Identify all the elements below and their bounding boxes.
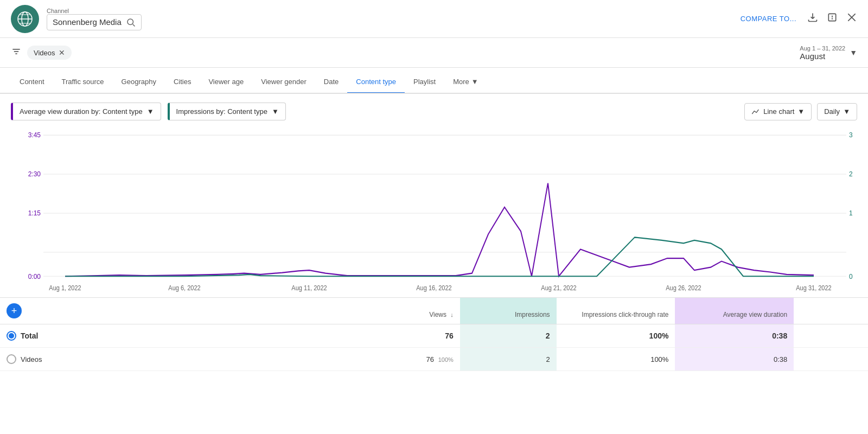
- th-avg-view: Average view duration: [675, 298, 794, 324]
- td-views-total: 76: [371, 324, 460, 348]
- channel-logo: [11, 5, 39, 33]
- metric1-dropdown[interactable]: Average view duration by: Content type ▼: [11, 103, 161, 120]
- svg-text:Aug 11, 2022: Aug 11, 2022: [291, 284, 327, 291]
- chip-label: Videos: [34, 49, 55, 57]
- td-ctr-total: 100%: [557, 324, 675, 348]
- tab-date[interactable]: Date: [315, 71, 347, 94]
- td-avg-view-videos: 0:38: [675, 348, 794, 371]
- tab-viewer-gender[interactable]: Viewer gender: [252, 71, 315, 94]
- filter-left: Videos ✕: [11, 46, 72, 60]
- th-views-label: Views: [429, 311, 446, 318]
- add-metric-button[interactable]: +: [7, 303, 22, 318]
- chart-svg: 3:45 2:30 1:15 0:00 3 2 1 0 Aug 1, 2022 …: [11, 129, 857, 297]
- total-label: Total: [21, 331, 38, 340]
- channel-info: Channel Sonnenberg Media: [47, 8, 142, 30]
- svg-text:2:30: 2:30: [28, 170, 41, 178]
- views-pct-videos: 100%: [438, 356, 454, 363]
- chart-type-arrow: ▼: [797, 107, 805, 116]
- date-range-text: Aug 1 – 31, 2022: [800, 45, 845, 52]
- tab-traffic-source[interactable]: Traffic source: [53, 71, 113, 94]
- tab-cities[interactable]: Cities: [165, 71, 200, 94]
- filter-icon[interactable]: [11, 46, 22, 60]
- nav-tabs: Content Traffic source Geography Cities …: [0, 68, 868, 94]
- tab-more[interactable]: More ▼: [444, 71, 487, 94]
- videos-label: Videos: [21, 355, 42, 363]
- line-chart-icon: [751, 107, 760, 116]
- download-button[interactable]: [807, 12, 818, 25]
- radio-videos[interactable]: [7, 354, 16, 364]
- close-icon: [846, 12, 857, 23]
- svg-line-6: [133, 24, 135, 26]
- compare-to-button[interactable]: COMPARE TO...: [741, 15, 796, 23]
- filter-chip-videos[interactable]: Videos ✕: [27, 46, 72, 60]
- interval-label: Daily: [824, 107, 840, 116]
- interval-dropdown[interactable]: Daily ▼: [817, 103, 857, 120]
- td-content-type-total: Total: [0, 324, 371, 348]
- date-selector[interactable]: Aug 1 – 31, 2022 August ▼: [800, 45, 857, 61]
- date-dropdown-arrow: ▼: [850, 48, 857, 57]
- flag-button[interactable]: [827, 12, 838, 25]
- td-content-type-videos: Videos: [0, 348, 371, 371]
- svg-text:3:45: 3:45: [28, 131, 41, 139]
- header-icons: [807, 12, 857, 25]
- svg-text:Aug 26, 2022: Aug 26, 2022: [666, 284, 701, 291]
- th-views[interactable]: Views ↓: [371, 298, 460, 324]
- chart-type-dropdown[interactable]: Line chart ▼: [744, 103, 812, 120]
- svg-text:3: 3: [849, 131, 853, 139]
- tab-content-type[interactable]: Content type: [347, 71, 405, 94]
- table-row-total: Total 76 2 100% 0:38: [0, 324, 868, 348]
- interval-arrow: ▼: [843, 107, 850, 116]
- th-empty: [794, 298, 868, 324]
- th-content-type: +: [0, 298, 371, 324]
- svg-point-5: [127, 19, 133, 25]
- chart-area: 3:45 2:30 1:15 0:00 3 2 1 0 Aug 1, 2022 …: [0, 129, 868, 297]
- td-impressions-videos: 2: [460, 348, 557, 371]
- td-extra-videos: [794, 348, 868, 371]
- radio-total[interactable]: [7, 331, 16, 341]
- td-avg-view-total: 0:38: [675, 324, 794, 348]
- th-impressions: Impressions: [460, 298, 557, 324]
- channel-label: Channel: [47, 8, 142, 14]
- filter-bar: Videos ✕ Aug 1 – 31, 2022 August ▼: [0, 38, 868, 68]
- data-table-container: + Views ↓ Impressions Impressions click-…: [0, 297, 868, 384]
- chart-controls-right: Line chart ▼ Daily ▼: [744, 103, 857, 120]
- header: Channel Sonnenberg Media COMPARE TO...: [0, 0, 868, 38]
- chart-controls-left: Average view duration by: Content type ▼…: [11, 103, 286, 120]
- header-right: COMPARE TO...: [741, 12, 857, 25]
- svg-text:2: 2: [849, 170, 853, 178]
- date-info: Aug 1 – 31, 2022 August: [800, 45, 845, 61]
- td-ctr-videos: 100%: [557, 348, 675, 371]
- tab-content[interactable]: Content: [11, 71, 53, 94]
- svg-text:0: 0: [849, 272, 853, 280]
- svg-text:0:00: 0:00: [28, 272, 41, 280]
- td-impressions-total: 2: [460, 324, 557, 348]
- svg-point-9: [832, 18, 833, 19]
- chart-controls: Average view duration by: Content type ▼…: [0, 94, 868, 129]
- tab-playlist[interactable]: Playlist: [405, 71, 444, 94]
- close-button[interactable]: [846, 12, 857, 25]
- header-left: Channel Sonnenberg Media: [11, 5, 142, 33]
- data-table: + Views ↓ Impressions Impressions click-…: [0, 298, 868, 371]
- metric1-arrow: ▼: [147, 107, 154, 116]
- sort-icon: ↓: [450, 311, 454, 318]
- channel-name-box[interactable]: Sonnenberg Media: [47, 14, 142, 30]
- svg-text:Aug 16, 2022: Aug 16, 2022: [416, 284, 451, 291]
- tab-geography[interactable]: Geography: [113, 71, 165, 94]
- td-extra-total: [794, 324, 868, 348]
- chip-close-icon[interactable]: ✕: [59, 48, 65, 57]
- tab-viewer-age[interactable]: Viewer age: [200, 71, 252, 94]
- channel-name: Sonnenberg Media: [53, 17, 122, 27]
- svg-text:1: 1: [849, 209, 853, 218]
- download-icon: [807, 12, 818, 23]
- svg-text:Aug 31, 2022: Aug 31, 2022: [796, 284, 831, 291]
- th-ctr: Impressions click-through rate: [557, 298, 675, 324]
- td-views-videos: 76 100%: [371, 348, 460, 371]
- svg-text:Aug 1, 2022: Aug 1, 2022: [49, 284, 81, 291]
- metric2-dropdown[interactable]: Impressions by: Content type ▼: [168, 103, 286, 120]
- radio-inner: [9, 333, 14, 339]
- search-icon: [126, 17, 136, 27]
- metric2-arrow: ▼: [272, 107, 279, 116]
- svg-text:Aug 21, 2022: Aug 21, 2022: [541, 284, 576, 291]
- date-main: August: [800, 52, 845, 61]
- chart-type-label: Line chart: [763, 107, 794, 116]
